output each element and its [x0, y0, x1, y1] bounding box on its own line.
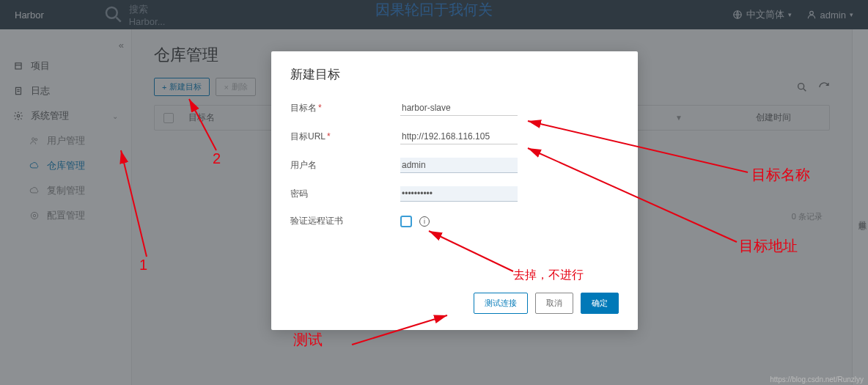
watermark: https://blog.csdn.net/Runzlyy: [770, 375, 864, 384]
target-url-input[interactable]: [400, 129, 518, 144]
info-icon[interactable]: i: [419, 216, 430, 227]
new-target-modal: 新建目标 目标名* 目标URL* 用户名 密码 验证远程证书 i 测试连接 取消…: [271, 51, 638, 330]
password-label: 密码: [290, 188, 400, 200]
target-name-input[interactable]: [400, 100, 518, 116]
username-label: 用户名: [290, 159, 400, 172]
modal-title: 新建目标: [290, 66, 619, 83]
cancel-button[interactable]: 取消: [535, 293, 573, 314]
target-name-label: 目标名*: [290, 102, 400, 114]
verify-cert-label: 验证远程证书: [290, 215, 400, 227]
ok-button[interactable]: 确定: [581, 293, 619, 314]
test-connection-button[interactable]: 测试连接: [474, 293, 528, 314]
username-input[interactable]: [400, 158, 518, 173]
target-url-label: 目标URL*: [290, 131, 400, 143]
password-input[interactable]: [400, 186, 518, 202]
verify-cert-checkbox[interactable]: [400, 216, 412, 227]
